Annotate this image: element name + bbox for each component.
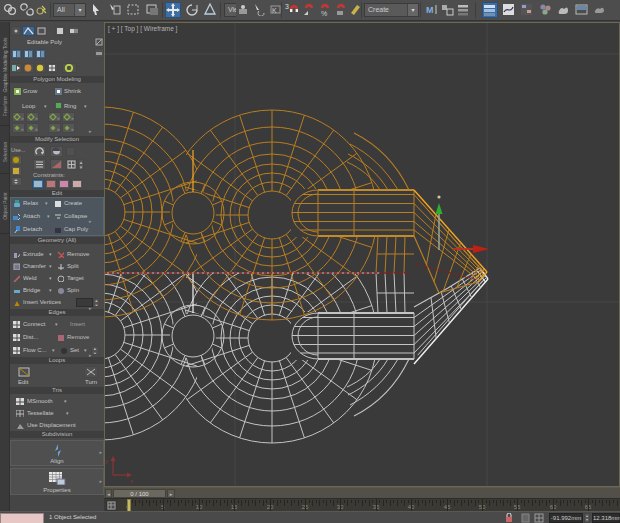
svg-text:M: M <box>426 5 434 15</box>
svg-text:»: » <box>35 115 38 121</box>
svg-text:3: 3 <box>285 3 289 10</box>
svg-text:»: » <box>21 115 24 121</box>
svg-text:»: » <box>57 126 60 132</box>
svg-text:»: » <box>71 115 74 121</box>
svg-text:»: » <box>71 126 74 132</box>
svg-text:[ + ] [ Top ] [ Wireframe ]: [ + ] [ Top ] [ Wireframe ] <box>108 25 178 33</box>
svg-text:%: % <box>321 10 327 17</box>
svg-text:y: y <box>105 458 108 464</box>
svg-text:»: » <box>21 126 24 132</box>
svg-text:x: x <box>130 478 133 484</box>
svg-text:»: » <box>35 126 38 132</box>
svg-text:K: K <box>272 7 277 14</box>
svg-text:»: » <box>57 115 60 121</box>
